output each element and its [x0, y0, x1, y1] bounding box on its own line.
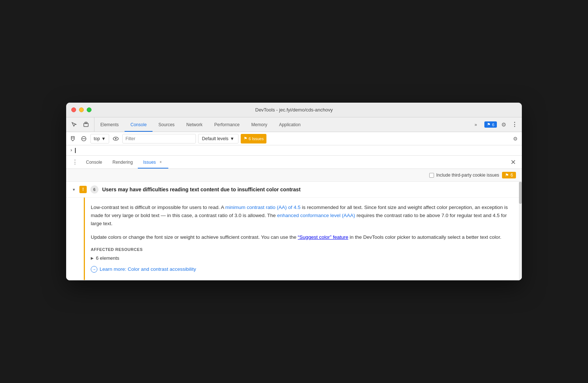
- console-bar: top ▼ Default levels ▼ ⚑ 6 Issues ⚙: [66, 132, 522, 145]
- issue-warning-icon: !: [79, 186, 87, 193]
- elements-arrow-icon: ▶: [91, 256, 94, 260]
- device-toggle-button[interactable]: [82, 120, 90, 129]
- inspect-element-button[interactable]: [70, 120, 79, 129]
- sub-tab-console[interactable]: Console: [81, 156, 107, 169]
- settings-button[interactable]: ⚙: [498, 120, 509, 130]
- issues-options-bar: Include third-party cookie issues ⚑ 6: [66, 169, 522, 182]
- more-tabs-button[interactable]: »: [469, 122, 483, 127]
- context-selector[interactable]: top ▼: [90, 134, 109, 143]
- issue-description: Low-contrast text is difficult or imposs…: [91, 203, 512, 227]
- close-panel-button[interactable]: ✕: [508, 156, 519, 169]
- close-issues-tab[interactable]: ×: [158, 160, 163, 165]
- issue-chevron-icon: ▼: [72, 188, 76, 192]
- issue-content: Low-contrast text is difficult or imposs…: [85, 198, 519, 280]
- eye-button[interactable]: [111, 134, 120, 143]
- sub-tab-more-button[interactable]: ⋮: [69, 156, 81, 169]
- affected-resources-section: AFFECTED RESOURCES ▶ 6 elements: [91, 247, 512, 262]
- tab-elements[interactable]: Elements: [94, 117, 125, 132]
- svg-rect-1: [85, 122, 87, 124]
- link-suggest-color[interactable]: “Suggest color” feature: [298, 234, 348, 240]
- svg-marker-2: [71, 136, 74, 141]
- issues-panel: ▼ ! 6 Users may have difficulties readin…: [66, 182, 522, 280]
- traffic-lights: [71, 107, 92, 112]
- nav-tabs: Elements Console Sources Network Perform…: [94, 117, 466, 132]
- toolbar-icon-group: [66, 117, 94, 132]
- more-options-button[interactable]: ⋮: [510, 120, 519, 130]
- window-title: DevTools - jec.fyi/demo/cds-anchovy: [255, 107, 333, 113]
- tab-console[interactable]: Console: [125, 117, 153, 132]
- issue-expanded-body: Low-contrast text is difficult or imposs…: [66, 198, 522, 280]
- issue-header[interactable]: ▼ ! 6 Users may have difficulties readin…: [66, 182, 522, 198]
- third-party-cookie-checkbox[interactable]: [429, 173, 434, 178]
- issue-suggestion: Update colors or change the font size or…: [91, 233, 512, 241]
- learn-more-link[interactable]: → Learn more: Color and contrast accessi…: [91, 266, 512, 273]
- close-button[interactable]: [71, 107, 76, 112]
- no-entry-button[interactable]: [79, 134, 88, 143]
- svg-point-7: [115, 138, 116, 139]
- learn-more-circle-icon: →: [91, 266, 97, 273]
- minimize-button[interactable]: [79, 107, 84, 112]
- console-cursor: [75, 148, 76, 153]
- tab-performance[interactable]: Performance: [208, 117, 245, 132]
- issue-count-circle: 6: [90, 185, 98, 194]
- default-levels-button[interactable]: Default levels ▼: [198, 134, 239, 143]
- clear-console-button[interactable]: [68, 134, 77, 143]
- issue-title: Users may have difficulties reading text…: [102, 187, 301, 192]
- tab-application[interactable]: Application: [273, 117, 306, 132]
- tab-memory[interactable]: Memory: [245, 117, 273, 132]
- scrollbar-track: [519, 182, 522, 280]
- scrollbar-thumb[interactable]: [519, 182, 522, 204]
- console-input-row: ›: [66, 145, 522, 156]
- toolbar-right: » ⚑ 6 ⚙ ⋮: [466, 117, 522, 132]
- affected-resources-label: AFFECTED RESOURCES: [91, 247, 512, 252]
- elements-toggle[interactable]: ▶ 6 elements: [91, 255, 512, 262]
- tab-sources[interactable]: Sources: [153, 117, 180, 132]
- issues-count-button[interactable]: ⚑ 6 Issues: [241, 134, 267, 143]
- issues-badge-button[interactable]: ⚑ 6: [484, 121, 497, 128]
- sub-tab-issues[interactable]: Issues ×: [138, 156, 168, 169]
- sub-tab-rendering[interactable]: Rendering: [107, 156, 138, 169]
- sub-tab-bar: ⋮ Console Rendering Issues × ✕: [66, 156, 522, 169]
- link-contrast-aa[interactable]: minimum contrast ratio (AA) of 4.5: [225, 205, 301, 210]
- issues-total-badge: ⚑ 6: [502, 172, 516, 178]
- link-contrast-aaa[interactable]: enhanced conformance level (AAA): [277, 213, 355, 218]
- devtools-window: DevTools - jec.fyi/demo/cds-anchovy Elem…: [66, 103, 522, 280]
- console-settings-button[interactable]: ⚙: [511, 134, 520, 143]
- title-bar: DevTools - jec.fyi/demo/cds-anchovy: [66, 103, 522, 117]
- filter-input[interactable]: [122, 134, 196, 143]
- tab-network[interactable]: Network: [180, 117, 208, 132]
- third-party-cookie-checkbox-label[interactable]: Include third-party cookie issues: [429, 173, 499, 178]
- main-toolbar: Elements Console Sources Network Perform…: [66, 117, 522, 132]
- maximize-button[interactable]: [87, 107, 92, 112]
- console-prompt: ›: [70, 148, 73, 153]
